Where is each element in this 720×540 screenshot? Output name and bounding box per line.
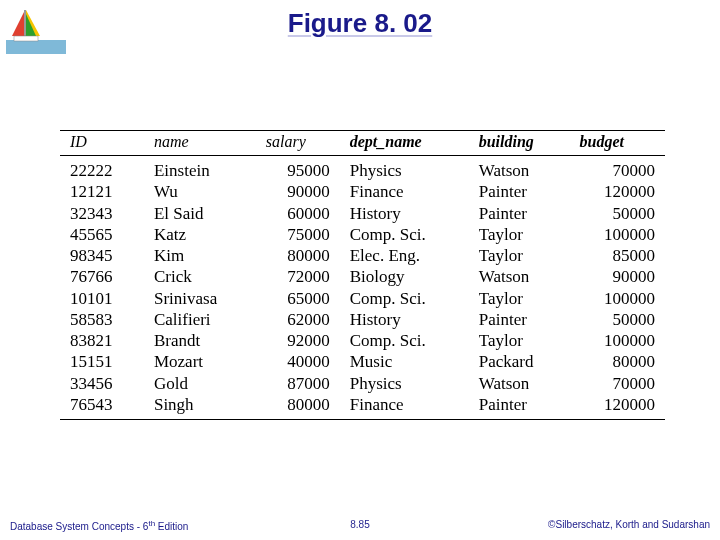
table-cell: Wu (144, 181, 256, 202)
table-cell: Taylor (469, 330, 570, 351)
table-row: 32343El Said60000HistoryPainter50000 (60, 203, 665, 224)
col-header-id: ID (60, 131, 144, 156)
footer-left: Database System Concepts - 6th Edition (10, 519, 188, 532)
table-cell: Painter (469, 309, 570, 330)
col-header-dept: dept_name (340, 131, 469, 156)
col-header-building: building (469, 131, 570, 156)
table-cell: Comp. Sci. (340, 224, 469, 245)
table-cell: Watson (469, 266, 570, 287)
table-cell: 98345 (60, 245, 144, 266)
table-cell: 10101 (60, 288, 144, 309)
table-cell: 92000 (256, 330, 340, 351)
table-cell: 65000 (256, 288, 340, 309)
table-header-row: ID name salary dept_name building budget (60, 131, 665, 156)
table-row: 15151Mozart40000MusicPackard80000 (60, 351, 665, 372)
table-cell: 70000 (570, 156, 665, 182)
table-cell: 50000 (570, 309, 665, 330)
table-cell: Taylor (469, 245, 570, 266)
table-row: 76543Singh80000FinancePainter120000 (60, 394, 665, 420)
table-row: 10101Srinivasa65000Comp. Sci.Taylor10000… (60, 288, 665, 309)
table-cell: 72000 (256, 266, 340, 287)
table-cell: Music (340, 351, 469, 372)
table-cell: 83821 (60, 330, 144, 351)
table-row: 83821Brandt92000Comp. Sci.Taylor100000 (60, 330, 665, 351)
table-cell: Comp. Sci. (340, 288, 469, 309)
data-table-container: ID name salary dept_name building budget… (60, 130, 665, 420)
svg-rect-5 (14, 36, 38, 41)
table-cell: Elec. Eng. (340, 245, 469, 266)
table-cell: 80000 (570, 351, 665, 372)
table-cell: 95000 (256, 156, 340, 182)
table-cell: Painter (469, 394, 570, 420)
table-cell: Taylor (469, 224, 570, 245)
table-cell: 90000 (570, 266, 665, 287)
table-cell: 85000 (570, 245, 665, 266)
table-cell: 58583 (60, 309, 144, 330)
table-row: 12121Wu90000FinancePainter120000 (60, 181, 665, 202)
table-cell: 87000 (256, 373, 340, 394)
table-cell: Singh (144, 394, 256, 420)
table-row: 45565Katz75000Comp. Sci.Taylor100000 (60, 224, 665, 245)
table-cell: 33456 (60, 373, 144, 394)
table-cell: Brandt (144, 330, 256, 351)
table-cell: 22222 (60, 156, 144, 182)
table-cell: Einstein (144, 156, 256, 182)
table-row: 33456Gold87000PhysicsWatson70000 (60, 373, 665, 394)
table-cell: Packard (469, 351, 570, 372)
table-cell: Watson (469, 373, 570, 394)
table-cell: Crick (144, 266, 256, 287)
table-cell: 100000 (570, 330, 665, 351)
table-cell: Mozart (144, 351, 256, 372)
table-cell: 120000 (570, 181, 665, 202)
table-cell: Finance (340, 181, 469, 202)
table-cell: 62000 (256, 309, 340, 330)
table-cell: Kim (144, 245, 256, 266)
table-cell: 60000 (256, 203, 340, 224)
table-row: 58583Califieri62000HistoryPainter50000 (60, 309, 665, 330)
table-cell: History (340, 203, 469, 224)
table-cell: 80000 (256, 245, 340, 266)
table-cell: Physics (340, 373, 469, 394)
table-cell: Gold (144, 373, 256, 394)
table-cell: El Said (144, 203, 256, 224)
table-row: 98345Kim80000Elec. Eng.Taylor85000 (60, 245, 665, 266)
table-cell: 76543 (60, 394, 144, 420)
table-cell: 76766 (60, 266, 144, 287)
data-table: ID name salary dept_name building budget… (60, 130, 665, 420)
table-cell: Califieri (144, 309, 256, 330)
table-cell: Srinivasa (144, 288, 256, 309)
table-cell: 90000 (256, 181, 340, 202)
sailboat-logo (6, 6, 66, 54)
table-cell: 45565 (60, 224, 144, 245)
table-cell: 70000 (570, 373, 665, 394)
table-cell: 75000 (256, 224, 340, 245)
table-cell: Physics (340, 156, 469, 182)
table-cell: 100000 (570, 288, 665, 309)
table-cell: Painter (469, 181, 570, 202)
figure-title: Figure 8. 02 (0, 0, 720, 39)
table-row: 76766Crick72000BiologyWatson90000 (60, 266, 665, 287)
table-cell: Taylor (469, 288, 570, 309)
table-cell: 50000 (570, 203, 665, 224)
table-cell: Painter (469, 203, 570, 224)
table-cell: 15151 (60, 351, 144, 372)
table-cell: Finance (340, 394, 469, 420)
slide-footer: Database System Concepts - 6th Edition 8… (0, 519, 720, 532)
table-row: 22222Einstein95000PhysicsWatson70000 (60, 156, 665, 182)
footer-copyright: ©Silberschatz, Korth and Sudarshan (548, 519, 710, 532)
svg-rect-1 (6, 40, 66, 54)
table-cell: 80000 (256, 394, 340, 420)
col-header-salary: salary (256, 131, 340, 156)
table-cell: 12121 (60, 181, 144, 202)
table-cell: 40000 (256, 351, 340, 372)
table-cell: Watson (469, 156, 570, 182)
table-cell: 32343 (60, 203, 144, 224)
table-cell: Katz (144, 224, 256, 245)
col-header-name: name (144, 131, 256, 156)
col-header-budget: budget (570, 131, 665, 156)
table-cell: History (340, 309, 469, 330)
table-cell: 100000 (570, 224, 665, 245)
table-cell: Biology (340, 266, 469, 287)
table-cell: Comp. Sci. (340, 330, 469, 351)
table-cell: 120000 (570, 394, 665, 420)
